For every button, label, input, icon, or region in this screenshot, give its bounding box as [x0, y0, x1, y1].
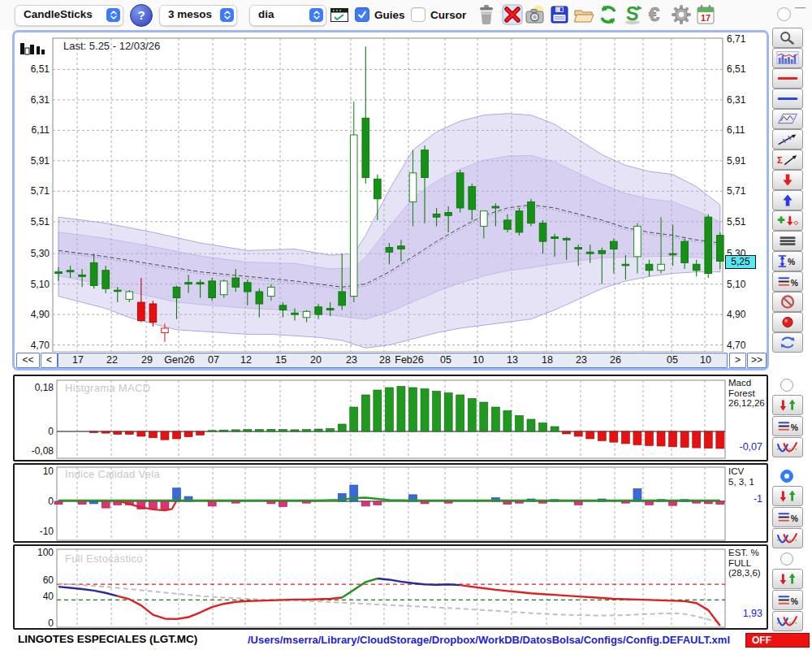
- macd-param-line: Forest: [728, 388, 766, 399]
- add-remove-marker-button[interactable]: [772, 210, 803, 231]
- sync-button[interactable]: [772, 332, 803, 353]
- price-chart[interactable]: 6,716,516,516,316,316,116,115,915,915,71…: [15, 33, 767, 352]
- svg-text:%: %: [791, 279, 798, 288]
- axis-label: -10: [40, 526, 54, 537]
- blue-line-icon: [775, 91, 800, 106]
- date-label: 13: [495, 354, 530, 366]
- no-entry-icon: [775, 294, 800, 310]
- nav-forward-button[interactable]: >: [729, 353, 746, 368]
- vertical-percent-button[interactable]: %: [772, 251, 803, 271]
- trendline-tool-button[interactable]: [772, 129, 803, 150]
- red-hline-tool-button[interactable]: [772, 68, 803, 89]
- zoom-tool-button[interactable]: [772, 28, 803, 48]
- config-path-link[interactable]: /Users/mserra/Library/CloudStorage/Dropb…: [248, 634, 730, 646]
- icv-bar: [621, 501, 629, 503]
- sigma-trendline-tool-button[interactable]: Σ: [772, 150, 803, 170]
- icv-bar: [515, 501, 523, 503]
- icv-bar: [361, 501, 369, 506]
- macd-bar: [385, 388, 393, 431]
- axis-label: 6,51: [727, 63, 746, 75]
- arrow-up-marker-button[interactable]: [772, 190, 803, 210]
- window-minimize-dash[interactable]: —: [795, 1, 806, 13]
- period-select[interactable]: 3 mesos: [159, 5, 237, 26]
- mini-chart-window-button[interactable]: [328, 3, 351, 26]
- date-strip[interactable]: 172229Gen26071215202328Feb26051013182326…: [58, 353, 728, 368]
- icv-percent-button[interactable]: %: [772, 507, 803, 527]
- icv-arrows-button[interactable]: [772, 486, 803, 506]
- macd-radio[interactable]: [780, 379, 793, 392]
- guies-checkbox[interactable]: Guies: [355, 7, 405, 22]
- histogram-style-icon[interactable]: [19, 41, 47, 60]
- record-button[interactable]: [772, 312, 803, 332]
- mini-chart-window-icon: [330, 8, 348, 22]
- euro-button[interactable]: €: [646, 3, 668, 26]
- icv-bar: [231, 501, 240, 503]
- forbidden-button[interactable]: [772, 292, 803, 312]
- macd-bar: [137, 431, 145, 436]
- candle: [563, 238, 570, 240]
- help-button[interactable]: ?: [130, 4, 153, 27]
- macd-bar: [716, 431, 724, 448]
- icv-bar: [574, 501, 582, 505]
- refresh-button[interactable]: [597, 3, 620, 26]
- checkbox-check-icon: [355, 7, 369, 22]
- chart-style-button[interactable]: [772, 48, 803, 68]
- blue-hline-tool-button[interactable]: [772, 89, 803, 109]
- macd-param-line: 26,12,26: [728, 398, 766, 409]
- save-button[interactable]: [548, 3, 571, 26]
- delete-x-button[interactable]: [501, 3, 524, 26]
- icv-bar: [102, 501, 110, 508]
- nav-back-button[interactable]: <: [41, 353, 58, 368]
- date-label: 23: [334, 354, 369, 366]
- lines-percent-button[interactable]: %: [772, 271, 803, 292]
- icv-bar: [267, 501, 275, 504]
- stochastic-curve-button[interactable]: [772, 611, 803, 631]
- axis-label: 5,51: [727, 216, 746, 228]
- macd-bar: [102, 431, 110, 433]
- candle: [279, 306, 287, 310]
- macd-bar: [397, 387, 405, 432]
- stochastic-percent-button[interactable]: %: [772, 590, 803, 610]
- axis-label: 4,90: [31, 309, 50, 320]
- candle: [90, 262, 97, 285]
- channel-tool-button[interactable]: [772, 109, 803, 129]
- candle: [705, 217, 712, 273]
- calendar-button[interactable]: 17: [694, 3, 717, 26]
- macd-bar: [279, 430, 287, 431]
- cursor-checkbox[interactable]: Cursor: [411, 7, 466, 22]
- off-button[interactable]: OFF: [745, 633, 810, 648]
- candle: [362, 118, 369, 177]
- trash-button[interactable]: [475, 3, 498, 26]
- open-folder-button[interactable]: [572, 3, 595, 26]
- candle: [516, 211, 523, 232]
- icv-bar: [173, 488, 181, 501]
- settings-gear-button[interactable]: [670, 3, 693, 26]
- toolbar-radio[interactable]: [777, 7, 791, 21]
- axis-label: 60: [43, 574, 54, 586]
- macd-curve-button[interactable]: [772, 437, 803, 457]
- interval-select[interactable]: dia: [249, 5, 326, 26]
- nav-fast-back-button[interactable]: <<: [16, 353, 40, 368]
- macd-bar: [338, 424, 346, 431]
- icv-curve-button[interactable]: [772, 528, 803, 548]
- arrow-down-marker-button[interactable]: [772, 170, 803, 190]
- stochastic-arrows-button[interactable]: [772, 569, 803, 589]
- chart-type-select[interactable]: CandleSticks: [15, 5, 123, 26]
- macd-bar: [409, 388, 417, 431]
- nav-fast-forward-button[interactable]: >>: [747, 353, 767, 368]
- checkbox-empty-icon: [411, 7, 425, 22]
- macd-percent-button[interactable]: %: [772, 416, 803, 436]
- macd-bar: [267, 429, 275, 431]
- candle: [149, 304, 157, 322]
- list-rows-button[interactable]: [772, 231, 803, 251]
- stochastic-radio[interactable]: [780, 552, 793, 566]
- sync-s-button[interactable]: S: [621, 3, 644, 26]
- macd-arrows-button[interactable]: [772, 395, 803, 415]
- icv-radio[interactable]: [780, 470, 793, 483]
- candle: [622, 264, 629, 266]
- candle: [551, 237, 559, 239]
- macd-bar: [468, 399, 476, 432]
- camera-button[interactable]: [524, 3, 546, 26]
- candle: [268, 287, 275, 296]
- macd-bar: [693, 431, 701, 448]
